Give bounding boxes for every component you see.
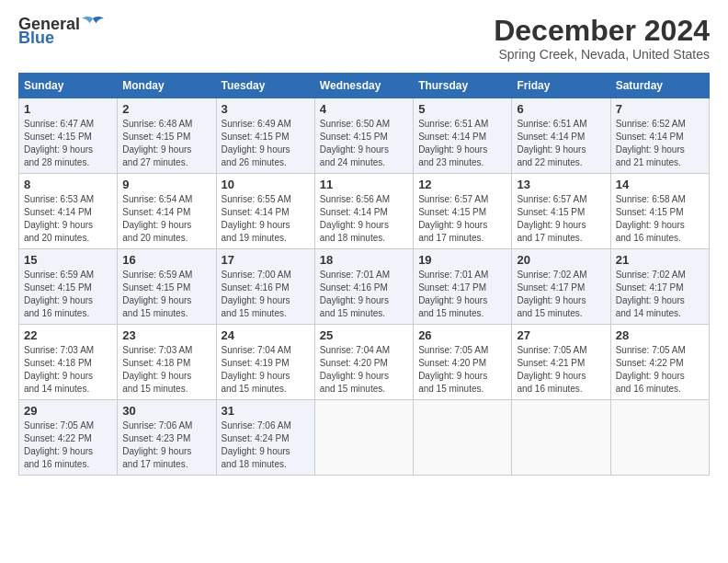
day-number: 31 [222,404,310,418]
calendar-week-row: 8Sunrise: 6:53 AM Sunset: 4:14 PM Daylig… [19,174,710,249]
calendar-title: December 2024 [494,15,710,47]
day-info: Sunrise: 6:49 AM Sunset: 4:15 PM Dayligh… [222,118,310,169]
calendar-day-cell: 7Sunrise: 6:52 AM Sunset: 4:14 PM Daylig… [610,98,709,174]
day-number: 16 [122,253,210,267]
day-number: 7 [616,102,704,116]
calendar-day-cell: 14Sunrise: 6:58 AM Sunset: 4:15 PM Dayli… [610,174,709,249]
calendar-day-cell: 3Sunrise: 6:49 AM Sunset: 4:15 PM Daylig… [216,98,314,174]
weekday-header-cell: Saturday [610,74,709,98]
day-number: 21 [616,253,704,267]
calendar-day-cell: 15Sunrise: 6:59 AM Sunset: 4:15 PM Dayli… [19,249,118,325]
day-info: Sunrise: 7:02 AM Sunset: 4:17 PM Dayligh… [616,269,704,320]
day-number: 10 [222,178,310,191]
day-info: Sunrise: 7:04 AM Sunset: 4:20 PM Dayligh… [320,344,408,396]
weekday-header-cell: Thursday [414,74,512,98]
calendar-day-cell: 27Sunrise: 7:05 AM Sunset: 4:21 PM Dayli… [512,325,610,400]
day-info: Sunrise: 6:48 AM Sunset: 4:15 PM Dayligh… [122,118,210,169]
day-number: 1 [24,102,112,116]
day-info: Sunrise: 7:02 AM Sunset: 4:17 PM Dayligh… [517,269,605,320]
day-number: 20 [517,253,605,267]
calendar-week-row: 15Sunrise: 6:59 AM Sunset: 4:15 PM Dayli… [19,249,710,325]
calendar-day-cell [414,400,512,476]
calendar-day-cell: 5Sunrise: 6:51 AM Sunset: 4:14 PM Daylig… [414,98,512,174]
calendar-day-cell: 21Sunrise: 7:02 AM Sunset: 4:17 PM Dayli… [610,249,709,325]
day-info: Sunrise: 7:01 AM Sunset: 4:17 PM Dayligh… [418,269,506,320]
calendar-day-cell [610,400,709,476]
day-info: Sunrise: 6:59 AM Sunset: 4:15 PM Dayligh… [24,269,112,320]
calendar-table: SundayMondayTuesdayWednesdayThursdayFrid… [18,73,710,476]
day-number: 18 [320,253,408,267]
calendar-day-cell: 12Sunrise: 6:57 AM Sunset: 4:15 PM Dayli… [414,174,512,249]
day-number: 29 [24,404,112,418]
day-info: Sunrise: 7:06 AM Sunset: 4:24 PM Dayligh… [222,419,310,471]
day-number: 6 [517,102,605,116]
day-info: Sunrise: 7:00 AM Sunset: 4:16 PM Dayligh… [222,269,310,320]
day-number: 27 [517,328,605,342]
day-info: Sunrise: 6:58 AM Sunset: 4:15 PM Dayligh… [616,193,704,245]
day-number: 30 [122,404,210,418]
day-number: 28 [616,328,704,342]
day-info: Sunrise: 7:03 AM Sunset: 4:18 PM Dayligh… [122,344,210,396]
day-number: 14 [616,178,704,191]
calendar-subtitle: Spring Creek, Nevada, United States [494,47,710,62]
weekday-header-cell: Wednesday [314,74,413,98]
calendar-day-cell: 30Sunrise: 7:06 AM Sunset: 4:23 PM Dayli… [118,400,216,476]
day-number: 5 [418,102,506,116]
calendar-day-cell: 23Sunrise: 7:03 AM Sunset: 4:18 PM Dayli… [118,325,216,400]
weekday-header-cell: Friday [512,74,610,98]
calendar-week-row: 29Sunrise: 7:05 AM Sunset: 4:22 PM Dayli… [19,400,710,476]
day-number: 19 [418,253,506,267]
day-info: Sunrise: 6:52 AM Sunset: 4:14 PM Dayligh… [616,118,704,169]
day-info: Sunrise: 6:47 AM Sunset: 4:15 PM Dayligh… [24,118,112,169]
day-info: Sunrise: 6:51 AM Sunset: 4:14 PM Dayligh… [517,118,605,169]
day-info: Sunrise: 7:05 AM Sunset: 4:22 PM Dayligh… [616,344,704,396]
day-number: 22 [24,328,112,342]
day-number: 26 [418,328,506,342]
calendar-day-cell: 24Sunrise: 7:04 AM Sunset: 4:19 PM Dayli… [216,325,314,400]
day-info: Sunrise: 7:05 AM Sunset: 4:21 PM Dayligh… [517,344,605,396]
calendar-day-cell [314,400,413,476]
day-number: 17 [222,253,310,267]
calendar-day-cell: 26Sunrise: 7:05 AM Sunset: 4:20 PM Dayli… [414,325,512,400]
calendar-day-cell: 28Sunrise: 7:05 AM Sunset: 4:22 PM Dayli… [610,325,709,400]
day-number: 2 [122,102,210,116]
calendar-day-cell: 20Sunrise: 7:02 AM Sunset: 4:17 PM Dayli… [512,249,610,325]
calendar-day-cell: 17Sunrise: 7:00 AM Sunset: 4:16 PM Dayli… [216,249,314,325]
day-number: 11 [320,178,408,191]
calendar-day-cell: 8Sunrise: 6:53 AM Sunset: 4:14 PM Daylig… [19,174,118,249]
calendar-day-cell: 9Sunrise: 6:54 AM Sunset: 4:14 PM Daylig… [118,174,216,249]
day-info: Sunrise: 6:57 AM Sunset: 4:15 PM Dayligh… [517,193,605,245]
calendar-day-cell: 18Sunrise: 7:01 AM Sunset: 4:16 PM Dayli… [314,249,413,325]
calendar-day-cell: 13Sunrise: 6:57 AM Sunset: 4:15 PM Dayli… [512,174,610,249]
calendar-day-cell: 31Sunrise: 7:06 AM Sunset: 4:24 PM Dayli… [216,400,314,476]
day-number: 8 [24,178,112,191]
calendar-week-row: 1Sunrise: 6:47 AM Sunset: 4:15 PM Daylig… [19,98,710,174]
day-info: Sunrise: 6:57 AM Sunset: 4:15 PM Dayligh… [418,193,506,245]
day-info: Sunrise: 6:53 AM Sunset: 4:14 PM Dayligh… [24,193,112,245]
day-number: 4 [320,102,408,116]
day-number: 25 [320,328,408,342]
day-info: Sunrise: 7:01 AM Sunset: 4:16 PM Dayligh… [320,269,408,320]
day-number: 12 [418,178,506,191]
weekday-header-cell: Monday [118,74,216,98]
title-area: December 2024 Spring Creek, Nevada, Unit… [494,15,710,62]
logo: General Blue [18,15,104,46]
calendar-day-cell: 25Sunrise: 7:04 AM Sunset: 4:20 PM Dayli… [314,325,413,400]
calendar-day-cell: 11Sunrise: 6:56 AM Sunset: 4:14 PM Dayli… [314,174,413,249]
header: General Blue December 2024 Spring Creek,… [18,15,710,62]
day-info: Sunrise: 6:50 AM Sunset: 4:15 PM Dayligh… [320,118,408,169]
calendar-day-cell: 10Sunrise: 6:55 AM Sunset: 4:14 PM Dayli… [216,174,314,249]
calendar-day-cell: 22Sunrise: 7:03 AM Sunset: 4:18 PM Dayli… [19,325,118,400]
day-number: 3 [222,102,310,116]
day-info: Sunrise: 6:51 AM Sunset: 4:14 PM Dayligh… [418,118,506,169]
day-info: Sunrise: 7:06 AM Sunset: 4:23 PM Dayligh… [122,419,210,471]
weekday-header-row: SundayMondayTuesdayWednesdayThursdayFrid… [19,74,710,98]
calendar-day-cell: 4Sunrise: 6:50 AM Sunset: 4:15 PM Daylig… [314,98,413,174]
day-info: Sunrise: 7:03 AM Sunset: 4:18 PM Dayligh… [24,344,112,396]
calendar-body: 1Sunrise: 6:47 AM Sunset: 4:15 PM Daylig… [19,98,710,476]
day-info: Sunrise: 7:04 AM Sunset: 4:19 PM Dayligh… [222,344,310,396]
day-info: Sunrise: 6:55 AM Sunset: 4:14 PM Dayligh… [222,193,310,245]
weekday-header-cell: Sunday [19,74,118,98]
day-number: 24 [222,328,310,342]
calendar-day-cell: 19Sunrise: 7:01 AM Sunset: 4:17 PM Dayli… [414,249,512,325]
